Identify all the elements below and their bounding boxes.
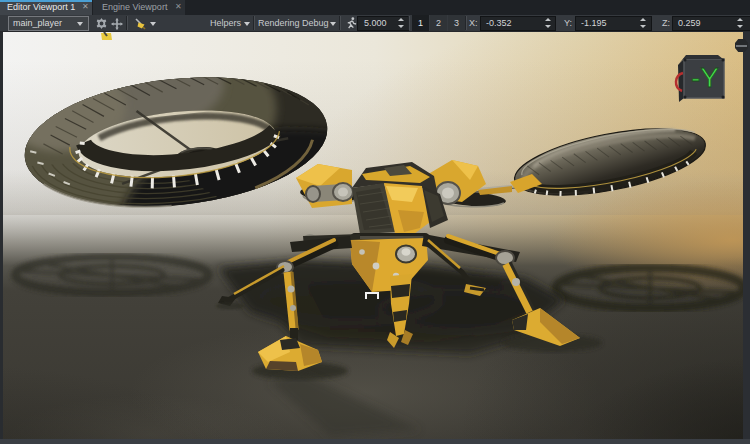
svg-text:-Y: -Y [691,62,719,93]
